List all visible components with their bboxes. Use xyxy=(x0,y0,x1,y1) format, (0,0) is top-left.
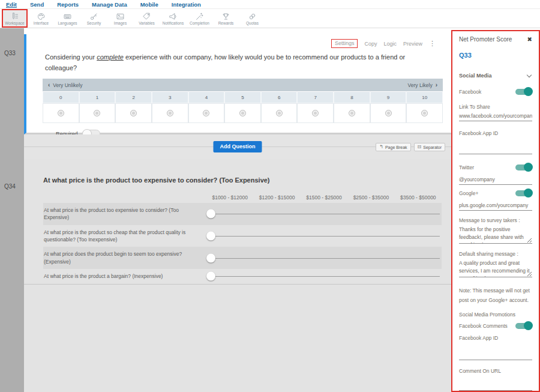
toolbar-quotas[interactable]: Quotas xyxy=(239,9,265,28)
twitter-toggle-row: Twitter xyxy=(459,164,532,170)
social-media-section-header[interactable]: Social Media xyxy=(459,73,532,79)
comment-on-url-input[interactable] xyxy=(459,382,532,391)
radio-icon xyxy=(239,110,246,116)
q34-question-title: At what price is the product too expensi… xyxy=(43,176,451,184)
chevron-right-icon: › xyxy=(436,82,437,88)
facebook-app-id-input[interactable] xyxy=(459,146,532,154)
google-plus-toggle[interactable] xyxy=(515,190,531,196)
nps-radio-5[interactable] xyxy=(224,103,261,123)
google-plus-link-input[interactable] xyxy=(459,201,532,211)
panel-title: Net Promoter Score xyxy=(459,36,512,43)
toolbar-label: Completion xyxy=(190,21,209,25)
kebab-menu-icon[interactable]: ⋮ xyxy=(429,40,436,47)
toolbar-interface[interactable]: Interface xyxy=(28,9,54,28)
toolbar-notifications[interactable]: Notifications xyxy=(160,9,186,28)
nps-radio-0[interactable] xyxy=(43,103,79,123)
nps-number: 6 xyxy=(261,91,298,103)
menu-reports[interactable]: Reports xyxy=(57,1,79,8)
nps-radio-8[interactable] xyxy=(334,103,370,123)
slider-track[interactable] xyxy=(211,236,440,237)
nps-right-anchor[interactable]: Very Likely › xyxy=(408,82,437,88)
q33-question-card[interactable]: Settings Copy Logic Preview ⋮ Considerin… xyxy=(24,34,451,134)
nps-left-anchor[interactable]: ‹ Very Unlikely xyxy=(48,82,82,88)
panel-question-code[interactable]: Q33 xyxy=(459,52,532,59)
slider-handle[interactable] xyxy=(206,231,215,240)
q33-question-text: Considering your complete experience wit… xyxy=(26,48,451,79)
nps-radio-10[interactable] xyxy=(406,103,443,123)
nps-scale: ‹ Very Unlikely Very Likely › 0 1 2 3 xyxy=(43,79,443,123)
slider-row: At what price is the product too expensi… xyxy=(43,203,442,225)
separator-icon: ⊟ xyxy=(418,145,422,149)
radio-icon xyxy=(58,110,64,116)
page-break-button[interactable]: ↰ Page Break xyxy=(376,143,410,151)
message-to-survey-takers-label: Message to survey takers : xyxy=(459,217,532,223)
toolbar-security[interactable]: Security xyxy=(81,9,107,28)
twitter-toggle[interactable] xyxy=(515,164,531,170)
slider-track[interactable] xyxy=(211,258,440,259)
toolbar-label: Images xyxy=(114,21,127,25)
nps-radio-6[interactable] xyxy=(261,103,298,123)
price-range-header: $3500 - $50000 xyxy=(395,194,442,201)
pencil-list-icon xyxy=(10,12,19,21)
preview-button[interactable]: Preview xyxy=(403,41,422,47)
message-to-survey-takers-textarea[interactable]: Thanks for the positive feedback!, pleas… xyxy=(459,226,532,244)
nps-radio-1[interactable] xyxy=(79,103,116,123)
panel-header: Net Promoter Score ✖ xyxy=(459,36,532,43)
nps-radio-4[interactable] xyxy=(188,103,225,123)
default-sharing-message-textarea[interactable]: A quality product and great services, I … xyxy=(459,259,532,277)
main-area: Q33 Q34 Settings Copy Logic Preview ⋮ Co… xyxy=(0,28,540,392)
toolbar-label: Quotas xyxy=(246,21,259,25)
copy-button[interactable]: Copy xyxy=(364,41,377,47)
nps-number: 7 xyxy=(297,91,334,103)
radio-icon xyxy=(421,110,428,116)
nps-radio-9[interactable] xyxy=(370,103,407,123)
logic-button[interactable]: Logic xyxy=(383,41,397,47)
add-question-button[interactable]: Add Question xyxy=(214,141,262,152)
toolbar-label: Security xyxy=(87,21,101,25)
facebook-comments-app-id-input[interactable] xyxy=(459,352,532,360)
close-icon[interactable]: ✖ xyxy=(527,36,532,43)
toolbar-rewards[interactable]: Rewards xyxy=(213,9,239,28)
settings-button[interactable]: Settings xyxy=(331,39,358,48)
toolbar-languages[interactable]: Languages xyxy=(55,9,80,28)
radio-icon xyxy=(167,110,173,116)
menu-manage-data[interactable]: Manage Data xyxy=(92,1,127,8)
slider-row-label: At what price is the product so cheap th… xyxy=(43,225,206,247)
chevron-left-icon: ‹ xyxy=(48,82,50,88)
twitter-handle-input[interactable] xyxy=(459,175,532,185)
facebook-comments-app-id-label: Facebook App ID xyxy=(459,335,532,341)
twitter-label: Twitter xyxy=(459,164,474,170)
q34-question-card[interactable]: At what price is the product too expensi… xyxy=(24,159,451,392)
nps-radio-7[interactable] xyxy=(297,103,334,123)
facebook-link-input[interactable] xyxy=(459,112,532,121)
menu-mobile[interactable]: Mobile xyxy=(140,1,158,8)
slider-row-label: At what price does the product begin to … xyxy=(43,247,206,269)
nps-radio-3[interactable] xyxy=(152,103,188,123)
question-gutter: Q33 Q34 xyxy=(0,28,24,392)
radio-icon xyxy=(203,110,209,116)
slider-handle[interactable] xyxy=(206,272,215,281)
price-slider xyxy=(206,269,442,283)
nps-number-row: 0 1 2 3 4 5 6 7 8 9 10 xyxy=(43,91,443,103)
nps-radio-2[interactable] xyxy=(115,103,152,123)
nps-number: 5 xyxy=(224,91,261,103)
separator-button[interactable]: ⊟ Separator xyxy=(414,143,445,151)
slider-handle[interactable] xyxy=(206,253,215,262)
toolbar-completion[interactable]: Completion xyxy=(187,9,212,28)
radio-icon xyxy=(312,110,319,116)
slider-track[interactable] xyxy=(211,276,440,277)
toolbar-variables[interactable]: Variables xyxy=(134,9,160,28)
toolbar-workspace[interactable]: Workspace xyxy=(2,9,28,28)
menu-edit[interactable]: Edit xyxy=(6,1,17,8)
toolbar-label: Workspace xyxy=(5,21,24,25)
facebook-comments-toggle-row: Facebook Comments xyxy=(459,323,532,329)
facebook-toggle[interactable] xyxy=(515,89,531,95)
menu-integration[interactable]: Integration xyxy=(172,1,201,8)
toolbar-images[interactable]: Images xyxy=(107,9,133,28)
menu-send[interactable]: Send xyxy=(30,1,44,8)
facebook-comments-toggle[interactable] xyxy=(515,323,531,329)
slider-track[interactable] xyxy=(211,214,440,214)
slider-handle[interactable] xyxy=(206,210,215,219)
key-icon xyxy=(89,12,98,21)
price-range-header: $1200 - $15000 xyxy=(253,194,300,201)
